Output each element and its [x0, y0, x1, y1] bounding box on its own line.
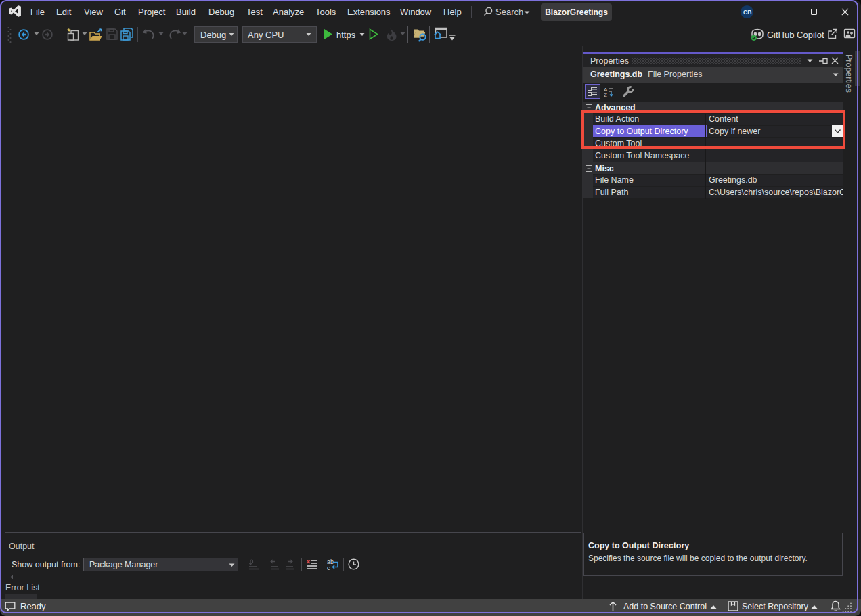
svg-text:c: c [327, 565, 330, 571]
svg-text:Z: Z [604, 92, 607, 97]
